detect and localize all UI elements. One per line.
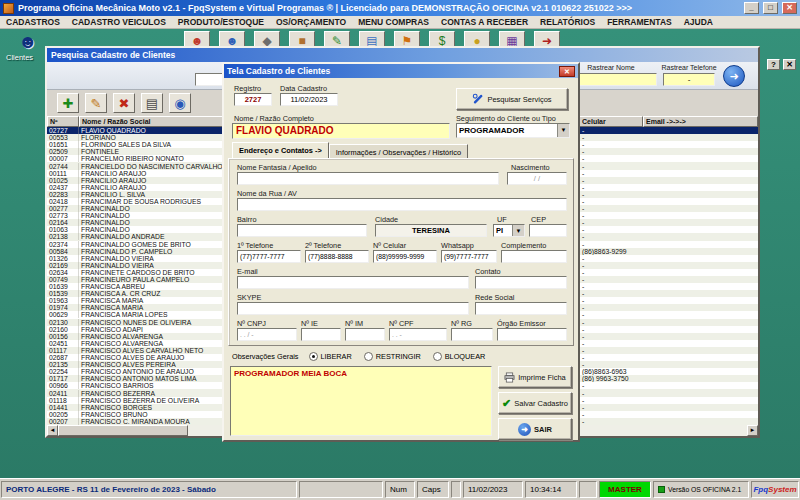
- menu-item-contas-a-receber[interactable]: CONTAS A RECEBER: [435, 16, 534, 29]
- complemento-input[interactable]: [501, 250, 567, 263]
- imprime-ficha-button[interactable]: Imprime Ficha: [498, 366, 572, 388]
- scroll-right-icon[interactable]: ►: [747, 425, 758, 436]
- radio-circle-icon: [309, 352, 318, 361]
- nascimento-input[interactable]: / /: [507, 172, 567, 185]
- uf-select[interactable]: PI ▼: [493, 224, 525, 237]
- cell-num: 01651: [47, 141, 79, 148]
- add-record-button[interactable]: ✚: [57, 93, 79, 113]
- rua-input[interactable]: [237, 198, 567, 211]
- menu-item-cadastros[interactable]: CADASTROS: [0, 16, 66, 29]
- cell-cel: -: [579, 411, 643, 418]
- cell-num: 02437: [47, 184, 79, 191]
- cpf-input[interactable]: . . -: [389, 328, 447, 341]
- data-cadastro-field[interactable]: 11/02/2023: [280, 93, 338, 106]
- sair-toolbar-icon: ➜: [542, 35, 552, 47]
- cell-cel: -: [579, 191, 643, 198]
- whatsapp-label: Whatsapp: [441, 241, 474, 250]
- radio-restringir[interactable]: RESTRINGIR: [364, 352, 421, 361]
- skype-input[interactable]: [237, 302, 469, 315]
- menu-item-cadastro-veiculos[interactable]: CADASTRO VEICULOS: [66, 16, 172, 29]
- minimize-button[interactable]: _: [744, 2, 759, 14]
- desktop-icon-clientes[interactable]: ☻ Clientes: [6, 32, 50, 52]
- chevron-down-icon[interactable]: ▼: [512, 225, 524, 236]
- cnpj-input[interactable]: . . / -: [237, 328, 297, 341]
- cell-num: 00629: [47, 311, 79, 318]
- cell-cel: -: [579, 198, 643, 205]
- veiculos-toolbar-icon: ◆: [262, 35, 271, 47]
- fornecedores-toolbar-icon: ☻: [226, 35, 239, 47]
- registro-field: 2727: [234, 93, 272, 106]
- scroll-thumb[interactable]: [58, 425, 188, 436]
- radio-liberar[interactable]: LIBERAR: [309, 352, 352, 361]
- tel2-input[interactable]: (77)8888-8888: [305, 250, 369, 263]
- compras-toolbar-icon: ⚑: [402, 35, 413, 47]
- menu-item-relat-rios[interactable]: RELATÓRIOS: [534, 16, 601, 29]
- registro-label: Registro: [234, 84, 261, 93]
- col-header-email[interactable]: Email ->->->: [643, 116, 758, 127]
- rg-input[interactable]: [451, 328, 493, 341]
- email-input[interactable]: [237, 276, 469, 289]
- tel1-input[interactable]: (77)7777-7777: [237, 250, 301, 263]
- im-input[interactable]: [345, 328, 385, 341]
- mdi-close-button[interactable]: ✕: [783, 59, 796, 70]
- tab-endereco-contatos[interactable]: Endereço e Contatos ->: [232, 142, 329, 158]
- chevron-down-icon[interactable]: ▼: [557, 124, 569, 137]
- cidade-field[interactable]: TERESINA: [375, 224, 487, 237]
- nome-completo-field[interactable]: FLAVIO QUADRADO: [232, 123, 450, 139]
- print-list-button[interactable]: ▤: [141, 93, 163, 113]
- tel2-label: 2º Telefone: [305, 241, 341, 250]
- menu-item-ajuda[interactable]: AJUDA: [678, 16, 719, 29]
- cep-input[interactable]: [529, 224, 567, 237]
- orgao-emissor-input[interactable]: [497, 328, 567, 341]
- status-spacer-2: [451, 481, 461, 498]
- edit-record-icon: ✎: [91, 97, 102, 110]
- celular-label: Nº Celular: [373, 241, 406, 250]
- seguimento-select[interactable]: PROGRAMADOR ▼: [456, 123, 570, 138]
- celular-input[interactable]: (88)99999-9999: [373, 250, 437, 263]
- cell-num: 01441: [47, 404, 79, 411]
- ie-input[interactable]: [301, 328, 341, 341]
- menu-item-ferramentas[interactable]: FERRAMENTAS: [601, 16, 678, 29]
- client-dialog: Tela Cadastro de Clientes ✕ Registro 272…: [222, 62, 580, 442]
- bairro-label: Bairro: [237, 215, 256, 224]
- status-brand: FpqSystem: [751, 481, 799, 498]
- radio-circle-icon: [433, 352, 442, 361]
- search-button[interactable]: ◉: [169, 93, 191, 113]
- cell-cel: -: [579, 226, 643, 233]
- scroll-left-icon[interactable]: ◄: [47, 425, 58, 436]
- cnpj-label: Nº CNPJ: [237, 319, 266, 328]
- salvar-cadastro-button[interactable]: ✔ Salvar Cadastro: [498, 392, 572, 414]
- close-button[interactable]: ✕: [782, 2, 797, 14]
- dialog-close-button[interactable]: ✕: [559, 66, 575, 77]
- main-window: Programa Oficina Mecânica Moto v2.1 - Fp…: [0, 0, 800, 500]
- maximize-button[interactable]: □: [763, 2, 778, 14]
- pesquisar-servicos-button[interactable]: Pesquisar Serviços: [456, 88, 568, 110]
- cell-cel: -: [579, 127, 643, 134]
- sair-button[interactable]: ➜ SAIR: [498, 418, 572, 440]
- add-record-icon: ✚: [63, 97, 74, 110]
- rastrear-telefone-input[interactable]: -: [663, 73, 715, 86]
- nome-fantasia-input[interactable]: [237, 172, 499, 185]
- cell-cel: -: [579, 141, 643, 148]
- tab-informacoes-historico[interactable]: Informações / Observações / Histórico: [329, 144, 468, 158]
- menu-item-os-or-amento[interactable]: OS/ORÇAMENTO: [270, 16, 352, 29]
- menu-item-produto-estoque[interactable]: PRODUTO/ESTOQUE: [172, 16, 270, 29]
- col-header-numero[interactable]: Nº: [47, 116, 79, 127]
- bairro-input[interactable]: [237, 224, 367, 237]
- whatsapp-input[interactable]: (99)7777-7777: [441, 250, 497, 263]
- uf-label: UF: [497, 215, 507, 224]
- rede-social-input[interactable]: [475, 302, 567, 315]
- cell-cel: -: [579, 148, 643, 155]
- edit-record-button[interactable]: ✎: [85, 93, 107, 113]
- go-search-button[interactable]: ➜: [723, 65, 745, 87]
- radio-bloquear[interactable]: BLOQUEAR: [433, 352, 486, 361]
- mdi-help-button[interactable]: ?: [767, 59, 780, 70]
- contato-input[interactable]: [475, 276, 567, 289]
- col-header-celular[interactable]: Celular: [579, 116, 643, 127]
- pesquisar-servicos-label: Pesquisar Serviços: [487, 95, 551, 104]
- observacoes-textarea[interactable]: PROGRAMADOR MEIA BOCA: [230, 366, 492, 436]
- menu-item-menu-compras[interactable]: MENU COMPRAS: [352, 16, 435, 29]
- cell-num: 01063: [47, 226, 79, 233]
- delete-record-button[interactable]: ✖: [113, 93, 135, 113]
- cell-cel: -: [579, 333, 643, 340]
